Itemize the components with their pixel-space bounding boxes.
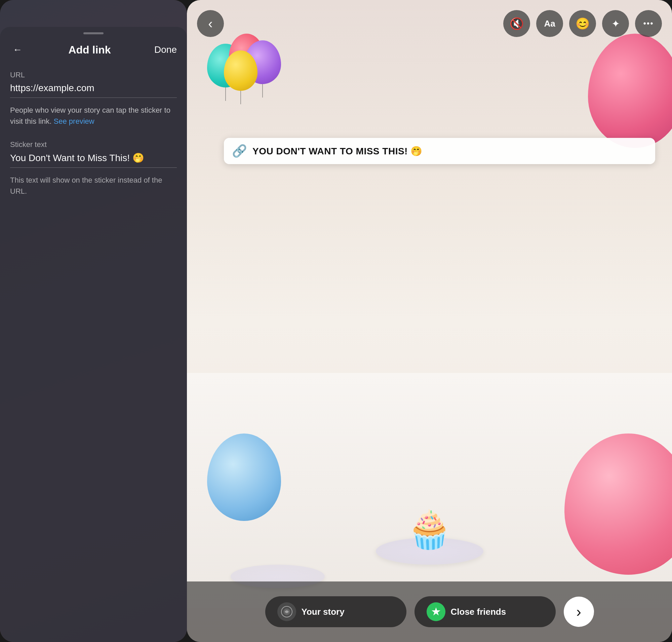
sheet-handle bbox=[83, 32, 104, 34]
url-label: URL bbox=[10, 70, 177, 79]
back-chevron-icon: ‹ bbox=[208, 16, 212, 31]
svg-marker-2 bbox=[432, 607, 440, 615]
url-description: People who view your story can tap the s… bbox=[10, 105, 177, 127]
right-panel: 🧁 🔗 YOU DON'T WANT TO MISS THIS! 🤭 ‹ 🔇 A… bbox=[187, 0, 672, 642]
done-button[interactable]: Done bbox=[154, 44, 177, 55]
balloon-cluster bbox=[207, 34, 281, 121]
link-sticker[interactable]: 🔗 YOU DON'T WANT TO MISS THIS! 🤭 bbox=[224, 138, 655, 164]
sound-icon: 🔇 bbox=[509, 17, 524, 30]
sticker-hint-text: This text will show on the sticker inste… bbox=[10, 175, 177, 197]
balloon-pink-top-right bbox=[588, 34, 672, 148]
sticker-text-label: Sticker text bbox=[10, 140, 177, 149]
close-friends-icon bbox=[427, 602, 445, 621]
story-background: 🧁 🔗 YOU DON'T WANT TO MISS THIS! 🤭 bbox=[187, 0, 672, 642]
your-story-label: Your story bbox=[301, 607, 345, 617]
story-bottom-bar: Your story Close friends › bbox=[187, 581, 672, 642]
more-options-button[interactable]: ••• bbox=[635, 10, 662, 37]
effects-tool-button[interactable]: ✦ bbox=[602, 10, 629, 37]
your-story-icon bbox=[277, 602, 296, 621]
sheet-title: Add link bbox=[68, 44, 111, 56]
close-friends-label: Close friends bbox=[451, 607, 506, 617]
back-arrow-icon: ← bbox=[13, 44, 22, 55]
next-button[interactable]: › bbox=[564, 596, 594, 627]
link-sticker-text: YOU DON'T WANT TO MISS THIS! 🤭 bbox=[253, 146, 423, 157]
url-field: URL https://example.com bbox=[10, 70, 177, 98]
story-toolbar: ‹ 🔇 Aa 😊 ✦ ••• bbox=[187, 10, 672, 37]
more-icon: ••• bbox=[643, 19, 654, 28]
see-preview-link[interactable]: See preview bbox=[54, 117, 94, 126]
sheet-header: ← Add link Done bbox=[10, 42, 177, 57]
effects-icon: ✦ bbox=[611, 18, 620, 29]
add-link-sheet: ← Add link Done URL https://example.com … bbox=[0, 27, 187, 642]
next-chevron-icon: › bbox=[576, 604, 581, 619]
your-story-button[interactable]: Your story bbox=[265, 596, 406, 627]
sound-toggle-button[interactable]: 🔇 bbox=[503, 10, 530, 37]
back-button-story[interactable]: ‹ bbox=[197, 10, 224, 37]
text-icon: Aa bbox=[544, 18, 555, 29]
close-friends-button[interactable]: Close friends bbox=[414, 596, 556, 627]
sticker-text-field: Sticker text You Don't Want to Miss This… bbox=[10, 140, 177, 168]
link-sticker-icon: 🔗 bbox=[232, 144, 247, 158]
back-button[interactable]: ← bbox=[10, 42, 25, 57]
sticker-text-value[interactable]: You Don't Want to Miss This! 🤭 bbox=[10, 152, 177, 168]
toolbar-right-actions: 🔇 Aa 😊 ✦ ••• bbox=[503, 10, 662, 37]
text-tool-button[interactable]: Aa bbox=[536, 10, 563, 37]
url-value[interactable]: https://example.com bbox=[10, 83, 177, 98]
sticker-icon: 😊 bbox=[576, 17, 590, 30]
left-panel: ← Add link Done URL https://example.com … bbox=[0, 0, 187, 642]
cupcake-decoration: 🧁 bbox=[406, 508, 452, 551]
sticker-tool-button[interactable]: 😊 bbox=[569, 10, 596, 37]
